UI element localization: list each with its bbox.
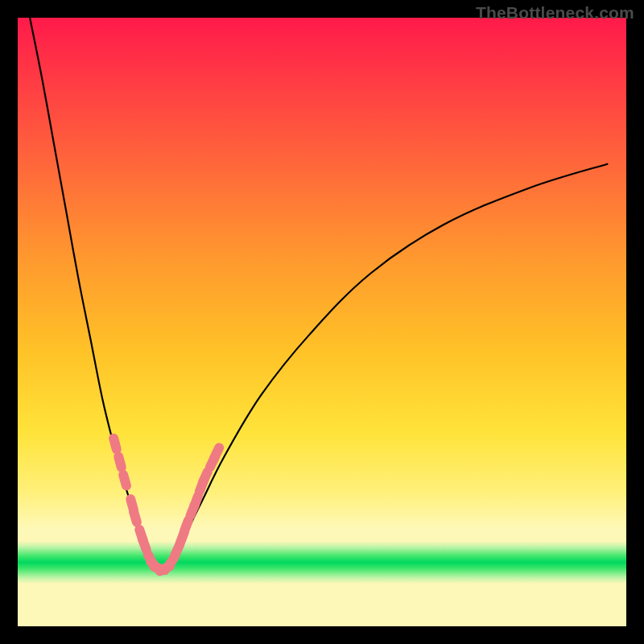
marker-bead [123,475,126,485]
marker-bead [214,448,219,458]
marker-bead [203,472,208,482]
curve-right-branch [163,163,608,568]
watermark-text: TheBottleneck.com [476,3,634,23]
marker-bead [118,456,122,468]
marker-bead [194,496,198,506]
marker-bead [134,511,137,522]
marker-bead [114,438,117,449]
marker-cluster [114,438,219,571]
marker-bead [142,539,147,549]
marker-bead [184,521,188,531]
chart-svg [18,18,626,626]
curve-left-branch [30,18,163,569]
outer-frame: TheBottleneck.com [0,0,644,644]
